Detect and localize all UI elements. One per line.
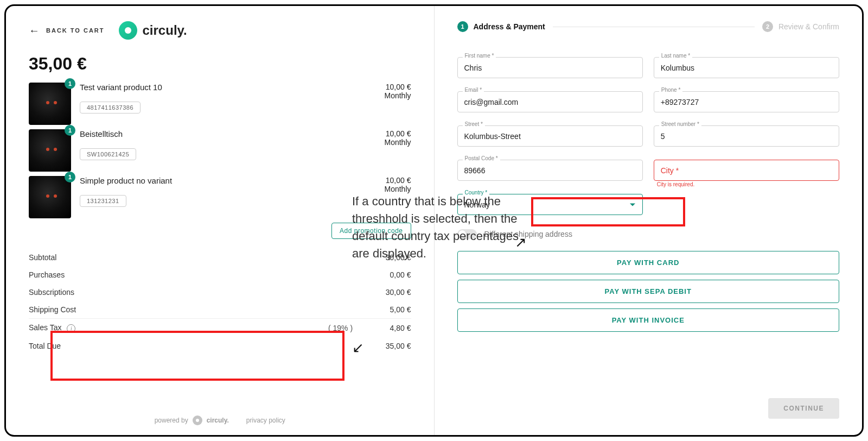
tax-percentage: ( 19% ) [319,324,362,332]
step-line [553,27,755,27]
cart-item: 1 Simple product no variant 131231231 10… [29,176,411,218]
summary-value: 35,00 € [362,342,411,350]
footer-brand: circuly. [207,417,229,424]
powered-by-label: powered by [155,417,188,424]
add-promo-button[interactable]: Add promotion code [331,223,411,239]
pay-card-button[interactable]: PAY WITH CARD [457,251,840,274]
back-to-cart-link[interactable]: BACK TO CART [46,27,105,34]
field-label: Email * [463,87,484,93]
phone-field[interactable]: Phone * +89273727 [654,91,839,112]
summary-purchases: Purchases 0,00 € [29,266,411,284]
step-label: Review & Confirm [778,22,839,31]
field-label: Phone * [659,87,683,93]
step-address-payment[interactable]: 1 Address & Payment [457,21,545,32]
summary-subtotal: Subtotal 30,00 € [29,249,411,266]
cart-item: 1 Test variant product 10 4817411637386 … [29,83,411,125]
product-name: Test variant product 10 [80,83,354,92]
summary-value: 0,00 € [362,270,411,279]
product-thumb: 1 [29,176,71,218]
field-label: Last name * [659,53,692,59]
field-value[interactable]: Norway [457,194,643,215]
field-error: City is required. [657,181,694,187]
field-label: Street number * [659,121,701,127]
field-value[interactable]: +89273727 [654,91,839,112]
field-value[interactable]: Kolumbus [654,57,839,78]
product-sku: SW100621425 [80,148,136,160]
continue-button[interactable]: CONTINUE [768,398,839,419]
brand-logo: circuly. [119,21,187,40]
summary-label: Purchases [29,270,362,279]
powered-by: powered by circuly. [155,415,229,425]
footer-logo-icon [193,415,202,425]
step-number-icon: 1 [457,21,468,32]
field-value[interactable]: cris@gmail.com [457,91,643,112]
product-name: Beistelltisch [80,129,354,138]
step-label: Address & Payment [474,22,545,31]
shipping-toggle-label: Different shipping address [484,230,572,238]
cart-item: 1 Beistelltisch SW100621425 10,00 € Mont… [29,129,411,172]
order-summary-panel: ← BACK TO CART circuly. 35,00 € 1 Test v… [6,6,434,435]
brand-name: circuly. [143,23,187,38]
product-price: 10,00 € [362,83,411,91]
address-form: First name * Chris Last name * Kolumbus … [457,57,840,215]
street-field[interactable]: Street * Kolumbus-Street [457,125,643,147]
country-select[interactable]: Country * Norway [457,194,643,215]
field-placeholder[interactable]: City * [654,160,839,181]
field-label: First name * [463,53,496,59]
field-label: Postal Code * [463,155,500,161]
product-period: Monthly [362,91,411,100]
product-thumb: 1 [29,83,71,125]
back-row: ← BACK TO CART circuly. [29,21,411,40]
checkout-form-panel: 1 Address & Payment 2 Review & Confirm F… [435,6,863,435]
summary-value: 4,80 € [362,324,411,332]
product-thumb: 1 [29,129,71,172]
checkout-steps: 1 Address & Payment 2 Review & Confirm [457,21,840,32]
pay-invoice-button[interactable]: PAY WITH INVOICE [457,308,840,332]
summary-value: 5,00 € [362,305,411,314]
summary-label: Subtotal [29,253,362,262]
field-value[interactable]: 89666 [457,160,643,181]
field-label: Country * [463,190,490,196]
field-value[interactable]: Kolumbus-Street [457,125,643,147]
summary-shipping: Shipping Cost 5,00 € [29,301,411,319]
first-name-field[interactable]: First name * Chris [457,57,643,78]
email-field[interactable]: Email * cris@gmail.com [457,91,643,112]
qty-badge: 1 [65,125,75,136]
summary-total-due: Total Due 35,00 € [29,337,411,355]
chevron-down-icon [630,203,635,206]
summary-value: 30,00 € [362,253,411,262]
product-period: Monthly [362,185,411,193]
product-name: Simple product no variant [80,176,354,185]
product-sku: 131231231 [80,195,126,207]
postal-code-field[interactable]: Postal Code * 89666 [457,160,643,181]
step-number-icon: 2 [762,21,773,32]
product-price: 10,00 € [362,129,411,138]
city-field[interactable]: City * City is required. [654,160,839,181]
checkout-frame: ← BACK TO CART circuly. 35,00 € 1 Test v… [4,4,864,437]
field-value[interactable]: 5 [654,125,839,147]
pay-sepa-button[interactable]: PAY WITH SEPA DEBIT [457,280,840,303]
field-value[interactable]: Chris [457,57,643,78]
info-icon[interactable]: i [67,324,75,333]
summary-label: Subscriptions [29,288,362,297]
qty-badge: 1 [65,78,75,89]
summary-value: 30,00 € [362,288,411,297]
tax-label-text: Sales Tax [29,323,61,332]
product-sku: 4817411637386 [80,102,141,114]
street-number-field[interactable]: Street number * 5 [654,125,839,147]
qty-badge: 1 [65,172,75,182]
summary-label: Total Due [29,342,362,350]
last-name-field[interactable]: Last name * Kolumbus [654,57,839,78]
product-period: Monthly [362,138,411,147]
grand-total: 35,00 € [29,54,411,74]
privacy-link[interactable]: privacy policy [246,417,285,424]
step-review-confirm[interactable]: 2 Review & Confirm [762,21,839,32]
brand-logo-icon [119,21,137,40]
product-price: 10,00 € [362,176,411,185]
summary-label: Shipping Cost [29,305,362,314]
summary-label: Sales Tax i [29,323,319,333]
footer: powered by circuly. privacy policy [6,415,434,425]
field-label: Street * [463,121,485,127]
shipping-toggle[interactable] [457,229,477,239]
arrow-left-icon[interactable]: ← [29,25,40,36]
